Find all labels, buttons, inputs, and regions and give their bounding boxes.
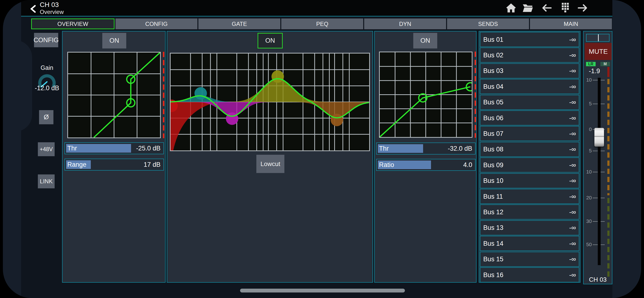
fader-scale-label: 30 (584, 218, 592, 224)
folder-icon[interactable] (522, 3, 534, 14)
bus-send-level: -∞ (569, 67, 576, 75)
fader-level-value: -1.9 (585, 67, 604, 75)
fader-scale-label: 50 (584, 242, 592, 247)
bus-send-row[interactable]: Bus 12-∞ (480, 204, 579, 220)
bus-send-level: -∞ (569, 208, 576, 216)
slider-value: 4.0 (463, 161, 472, 169)
tab-dyn[interactable]: DYN (364, 19, 446, 29)
gate-threshold-slider[interactable]: Thr-25.0 dB (64, 142, 164, 154)
fader-scale-label: 0 (584, 126, 592, 132)
config-button[interactable]: CONFIG (34, 33, 58, 47)
slider-label: Ratio (379, 161, 394, 169)
home-indicator[interactable] (240, 289, 405, 292)
fader-cap[interactable] (594, 128, 604, 146)
tab-overview[interactable]: OVERVIEW (31, 19, 114, 29)
fader-scale-label: 10 (584, 169, 592, 175)
bus-send-row[interactable]: Bus 01-∞ (480, 32, 579, 47)
bus-send-row[interactable]: Bus 15-∞ (480, 252, 579, 267)
slider-label: Thr (67, 145, 77, 152)
bus-send-level: -∞ (569, 240, 576, 247)
bus-name: Bus 05 (483, 99, 503, 106)
bus-send-level: -∞ (569, 255, 576, 263)
bus-send-level: -∞ (569, 83, 576, 90)
lowcut-button[interactable]: Lowcut (256, 155, 284, 173)
gate-range-slider[interactable]: Range17 dB (64, 159, 164, 171)
mute-button[interactable]: MUTE (585, 43, 612, 60)
fader-strip: MUTE LR M -1.9 1050510203050 CH 03 (583, 31, 612, 284)
bus-send-level: -∞ (569, 51, 576, 59)
fader-scale-label: 5 (584, 148, 592, 154)
tab-main[interactable]: MAIN (530, 19, 612, 29)
phantom-button[interactable]: +48V (38, 142, 54, 156)
bus-name: Bus 03 (483, 67, 503, 75)
dyn-threshold-slider[interactable]: Thr-32.0 dB (376, 142, 476, 155)
bus-send-row[interactable]: Bus 16-∞ (480, 267, 579, 282)
bus-send-row[interactable]: Bus 13-∞ (480, 220, 579, 235)
lr-assign-badge[interactable]: LR (586, 62, 596, 66)
bus-name: Bus 02 (483, 51, 503, 59)
bus-send-row[interactable]: Bus 03-∞ (480, 63, 579, 78)
bus-name: Bus 14 (483, 240, 503, 247)
bus-send-row[interactable]: Bus 09-∞ (480, 158, 579, 173)
tab-config[interactable]: CONFIG (116, 19, 198, 29)
slider-value: -25.0 dB (136, 145, 160, 152)
dialpad-icon[interactable] (559, 3, 571, 14)
page-subtitle: Overview (40, 9, 64, 15)
bus-name: Bus 01 (483, 36, 503, 43)
bus-send-row[interactable]: Bus 11-∞ (480, 189, 579, 204)
phase-button[interactable]: Ø (39, 110, 54, 124)
fader-track[interactable] (598, 78, 601, 265)
bus-send-level: -∞ (569, 224, 576, 232)
gate-key-marker (163, 52, 164, 138)
top-bar: CH 03 Overview (21, 0, 612, 17)
dyn-graph[interactable] (379, 52, 472, 138)
tab-peq[interactable]: PEQ (281, 19, 363, 29)
gate-graph[interactable] (67, 52, 161, 138)
arrow-right-icon[interactable] (577, 3, 589, 14)
bus-send-row[interactable]: Bus 02-∞ (480, 48, 579, 63)
bus-name: Bus 12 (483, 208, 503, 216)
dyn-panel: ON Thr-32.0 dB Ratio4.0 (374, 31, 476, 283)
pan-control[interactable] (586, 34, 610, 42)
bus-send-level: -∞ (569, 193, 576, 200)
peq-graph[interactable] (170, 53, 370, 151)
bus-send-row[interactable]: Bus 14-∞ (480, 236, 579, 251)
link-button[interactable]: LINK (38, 175, 54, 188)
dyn-ratio-slider[interactable]: Ratio4.0 (376, 159, 476, 171)
slider-value: -32.0 dB (448, 145, 472, 152)
bus-name: Bus 07 (483, 130, 503, 137)
bus-send-row[interactable]: Bus 10-∞ (480, 173, 579, 188)
tab-sends[interactable]: SENDS (447, 19, 529, 29)
fader-scale-label: 5 (584, 101, 592, 106)
bus-send-level: -∞ (569, 114, 576, 122)
bus-name: Bus 10 (483, 177, 503, 185)
dyn-on-button[interactable]: ON (413, 33, 437, 49)
bus-name: Bus 16 (483, 271, 503, 278)
dyn-key-marker (474, 52, 476, 138)
level-meter-clip-segment (607, 67, 610, 77)
peq-on-button[interactable]: ON (258, 33, 283, 49)
arrow-left-icon[interactable] (540, 3, 552, 14)
bus-send-level: -∞ (569, 99, 576, 106)
bus-name: Bus 06 (483, 114, 503, 122)
gate-on-button[interactable]: ON (102, 33, 126, 49)
slider-label: Thr (379, 145, 389, 152)
bus-send-level: -∞ (569, 36, 576, 43)
bus-send-row[interactable]: Bus 08-∞ (480, 142, 579, 157)
bus-name: Bus 04 (483, 83, 503, 90)
back-button[interactable] (29, 5, 38, 13)
mono-assign-badge[interactable]: M (600, 62, 610, 66)
app-screen: CH 03 Overview OVERVIEWCONFIGGATEPEQDYNS… (21, 0, 612, 298)
device-frame: CH 03 Overview OVERVIEWCONFIGGATEPEQDYNS… (3, 0, 641, 298)
bus-send-row[interactable]: Bus 04-∞ (480, 79, 579, 94)
bus-send-level: -∞ (569, 146, 576, 153)
bus-send-row[interactable]: Bus 06-∞ (480, 110, 579, 125)
pan-position-indicator (598, 34, 599, 41)
home-icon[interactable] (505, 3, 517, 14)
tab-gate[interactable]: GATE (198, 19, 280, 29)
bus-send-level: -∞ (569, 130, 576, 137)
bus-name: Bus 09 (483, 161, 503, 169)
bus-send-row[interactable]: Bus 05-∞ (480, 95, 579, 110)
bus-send-row[interactable]: Bus 07-∞ (480, 126, 579, 141)
slider-label: Range (67, 161, 86, 169)
